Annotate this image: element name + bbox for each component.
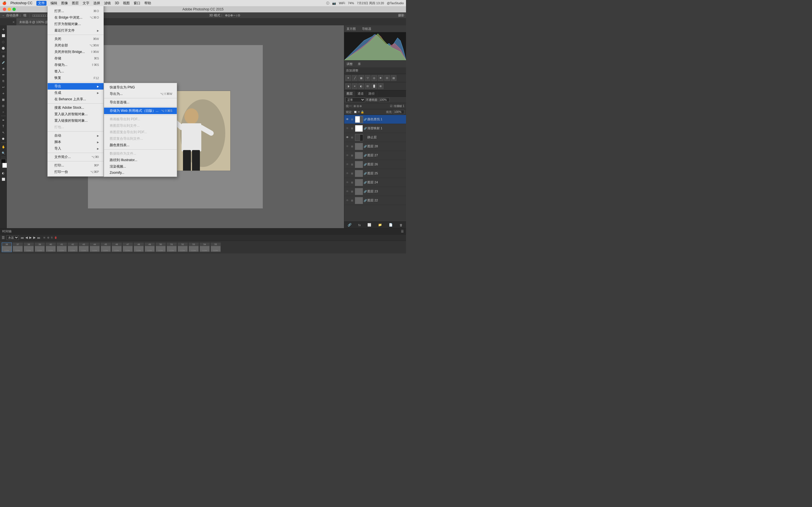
menu-item-签入...[interactable]: 签入... [48, 68, 103, 75]
frame-thumb-44[interactable]: 440.04• [90, 242, 100, 252]
menu-layer[interactable]: 图层 [72, 1, 79, 6]
menu-item-最近打开文件[interactable]: 最近打开文件 [48, 27, 103, 34]
path-select-tool[interactable]: ↖ [1, 129, 6, 135]
exposure-icon[interactable]: ◑ [345, 83, 351, 89]
vibrance-icon[interactable]: ❋ [378, 75, 384, 81]
menu-text[interactable]: 文字 [83, 1, 89, 6]
frame-thumb-39[interactable]: 390.04• [35, 242, 45, 252]
menu-3d[interactable]: 3D [115, 1, 119, 5]
frame-thumb-52[interactable]: 520.04• [177, 242, 188, 252]
layer-row-22[interactable]: 👁 ⊞ 🔗 图层 22 [344, 196, 406, 205]
colorbalance-icon[interactable]: ◎ [371, 75, 377, 81]
delete-layer-btn[interactable]: 🗑 [400, 223, 403, 227]
adjustments-header[interactable]: 调整 库 [344, 61, 406, 67]
layer-row-24[interactable]: 👁 ⊞ 🔗 图层 24 [344, 178, 406, 187]
export-item-颜色查找表...[interactable]: 颜色查找表... [104, 142, 177, 149]
frame-thumb-54[interactable]: 540.04• [200, 242, 210, 252]
menu-item-搜索-Adobe-Stock...[interactable]: 搜索 Adobe Stock... [48, 105, 103, 111]
text-tool[interactable]: T [1, 123, 6, 129]
frame-thumb-46[interactable]: 460.04• [112, 242, 122, 252]
layer-eye-28[interactable]: 👁 [345, 145, 349, 149]
layer-eye-23[interactable]: 👁 [345, 189, 349, 193]
layer-eye-27[interactable]: 👁 [345, 154, 349, 158]
tab-layers[interactable]: 图层 [344, 91, 355, 97]
export-item-存储为-Web-所用格式-旧版-...[interactable]: 存储为 Web 所用格式（旧版）...⌥⇧⌘S [104, 108, 177, 114]
play-btn[interactable]: ▶ [29, 236, 32, 239]
maximize-button[interactable] [12, 8, 16, 11]
menu-item-生成[interactable]: 生成 [48, 90, 103, 96]
gradient-map-icon[interactable]: ▤ [391, 75, 396, 81]
menu-item-关闭[interactable]: 关闭⌘W [48, 36, 103, 42]
export-item-导出首选项...[interactable]: 导出首选项... [104, 99, 177, 106]
add-mask-btn[interactable]: ⬜ [367, 223, 371, 227]
menu-image[interactable]: 图像 [61, 1, 68, 6]
delete-frame-icon[interactable]: 🗑 [54, 236, 57, 239]
timeline-menu-icon[interactable]: ☰ [401, 230, 404, 233]
layer-eye-color-lookup[interactable]: 👁 [345, 117, 349, 121]
frame-thumb-55[interactable]: 550.04• [211, 242, 221, 252]
timeline-menu-btn[interactable]: ☰ [2, 236, 5, 240]
marquee-tool[interactable]: ⬜ [1, 33, 6, 38]
menu-photoshop[interactable]: Photoshop CC [10, 1, 33, 5]
menu-window[interactable]: 窗口 [134, 1, 140, 6]
frame-thumb-50[interactable]: 500.04• [156, 242, 166, 252]
history-brush-tool[interactable]: ↩ [1, 84, 6, 90]
hue-icon[interactable]: ▽ [365, 75, 370, 81]
tween-icon[interactable]: ≋ [43, 236, 45, 239]
menu-item-存储[interactable]: 存储⌘S [48, 55, 103, 62]
menu-item-打开为智能对象...[interactable]: 打开为智能对象... [48, 21, 103, 27]
frame-thumb-38[interactable]: 380.04• [24, 242, 34, 252]
menu-item-恢复[interactable]: 恢复F12 [48, 75, 103, 81]
crop-tool[interactable]: ⊞ [1, 53, 6, 59]
export-item-快速导出为-PNG[interactable]: 快速导出为 PNG [104, 84, 177, 91]
menu-item-在-Behance-上共享...[interactable]: 在 Behance 上共享... [48, 96, 103, 103]
layer-eye-still[interactable]: 👁 [345, 135, 349, 139]
menu-item-存储为...[interactable]: 存储为...⇧⌘S [48, 62, 103, 68]
layer-eye-gradient-map[interactable]: 👁 [345, 126, 349, 130]
menu-item-置入链接的智能对象...[interactable]: 置入链接的智能对象... [48, 117, 103, 124]
export-item-渲染视频...[interactable]: 渲染视频... [104, 163, 177, 170]
layer-row-25[interactable]: 👁 ⊞ 🔗 图层 25 [344, 169, 406, 178]
frame-thumb-48[interactable]: 480.04• [134, 242, 144, 252]
menu-item-打印...[interactable]: 打印...⌘P [48, 162, 103, 169]
layer-eye-26[interactable]: 👁 [345, 163, 349, 166]
frame-thumb-42[interactable]: 420.04• [68, 242, 78, 252]
blur-tool[interactable]: ◎ [1, 103, 6, 108]
eyedropper-tool[interactable]: 💉 [1, 59, 6, 65]
channel-icon[interactable]: ≡ [352, 83, 357, 89]
menu-item-脚本[interactable]: 脚本 [48, 139, 103, 145]
blend-mode-select[interactable]: 正常 [345, 98, 365, 102]
menu-item-文件简介...[interactable]: 文件简介...⌥⌘I [48, 154, 103, 160]
next-frame-btn[interactable]: ⏭ [37, 236, 40, 239]
pen-tool[interactable]: ✒ [1, 117, 6, 123]
close-button[interactable] [3, 8, 6, 11]
opacity-input[interactable] [379, 98, 390, 102]
frame-thumb-40[interactable]: 400.04• [46, 242, 56, 252]
menu-help[interactable]: 帮助 [144, 1, 151, 6]
copy-frame-icon[interactable]: ⊕ [47, 236, 49, 239]
menu-view[interactable]: 视图 [123, 1, 130, 6]
next-btn[interactable]: ▶ [33, 236, 36, 239]
layer-row-gradient-map[interactable]: 👁 ⊞ 🔗 渐变映射 1 [344, 124, 406, 133]
export-item-Zoomify...[interactable]: Zoomify... [104, 170, 177, 175]
frame-thumb-49[interactable]: 490.04• [145, 242, 155, 252]
menu-filter[interactable]: 滤镜 [104, 1, 111, 6]
hand-tool[interactable]: ✋ [1, 144, 6, 150]
minimize-button[interactable] [8, 8, 11, 11]
histogram-header[interactable]: 直方图 导航器 [344, 25, 406, 32]
menu-item-导入[interactable]: 导入 [48, 145, 103, 152]
menu-file[interactable]: 文件 [36, 1, 47, 6]
eraser-tool[interactable]: ⎆ [1, 91, 6, 96]
layer-eye-24[interactable]: 👁 [345, 180, 349, 184]
frame-thumb-36[interactable]: 360.04• [2, 242, 12, 252]
stamp-tool[interactable]: ⎘ [1, 78, 6, 83]
lookup-icon[interactable]: ⊞ [378, 83, 384, 89]
layer-row-26[interactable]: 👁 ⊞ 🔗 图层 26 [344, 160, 406, 169]
menu-item-导出[interactable]: 导出 [48, 83, 103, 90]
quick-select-tool[interactable]: ⬤ [1, 45, 6, 51]
prev-frame-btn[interactable]: ⏮ [20, 236, 24, 239]
window-controls[interactable] [3, 8, 16, 11]
frame-thumb-47[interactable]: 470.04• [123, 242, 133, 252]
tab-channels[interactable]: 通道 [355, 91, 366, 97]
move-tool[interactable]: ✛ [1, 26, 6, 32]
